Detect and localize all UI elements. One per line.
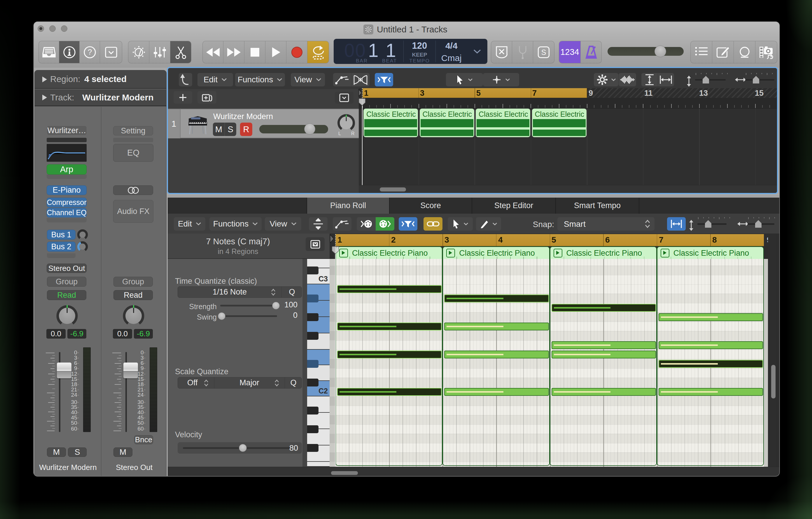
svg-text:S: S: [541, 48, 546, 56]
svg-text:?: ?: [87, 48, 92, 56]
